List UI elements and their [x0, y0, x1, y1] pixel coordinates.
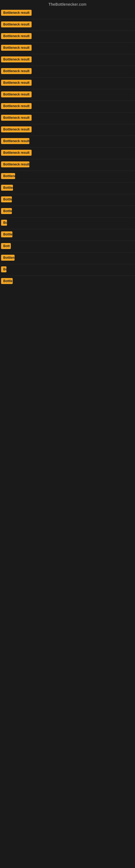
bottleneck-badge[interactable]: Bottleneck result: [1, 150, 32, 156]
bottleneck-badge[interactable]: Bo: [1, 220, 7, 226]
list-item: Bottleneck result: [0, 31, 135, 42]
list-item: Bott: [0, 241, 135, 252]
list-item: Bottleneck result: [0, 54, 135, 66]
list-item: Bottleneck result: [0, 148, 135, 159]
bottleneck-badge[interactable]: Bottleneck result: [1, 80, 32, 86]
bottleneck-badge[interactable]: Bottleneck result: [1, 161, 30, 167]
list-item: Bottleneck result: [0, 113, 135, 124]
bottleneck-badge[interactable]: Bottleneck result: [1, 138, 30, 144]
bottleneck-badge[interactable]: Bottleneck result: [1, 56, 32, 62]
bottleneck-badge[interactable]: Bottle: [1, 278, 13, 284]
list-item: Bottlene: [0, 183, 135, 194]
bottleneck-badge[interactable]: Bottleneck result: [1, 103, 32, 109]
list-item: Bottleneck result: [0, 19, 135, 31]
list-item: Bottleneck result: [0, 66, 135, 78]
list-item: Bottleneck result: [0, 8, 135, 19]
bottleneck-badge[interactable]: Bottlene: [1, 185, 13, 191]
list-item: Bottleneck r: [0, 171, 135, 183]
bottleneck-badge[interactable]: Bo: [1, 267, 6, 272]
empty-space: [0, 287, 135, 309]
bottleneck-badge[interactable]: Bottler: [1, 231, 12, 237]
bottleneck-badge[interactable]: Bottleneck: [1, 196, 12, 203]
list-item: Bottle: [0, 206, 135, 218]
list-item: Bottleneck: [0, 194, 135, 206]
site-title: TheBottlenecker.com: [0, 0, 135, 8]
rows-container: Bottleneck resultBottleneck resultBottle…: [0, 8, 135, 287]
list-item: Bottleneck result: [0, 159, 135, 171]
list-item: Bottleneck result: [0, 42, 135, 54]
bottleneck-badge[interactable]: Bottleneck result: [1, 10, 32, 16]
list-item: Bottlenec: [0, 252, 135, 264]
bottleneck-badge[interactable]: Bottleneck result: [1, 68, 32, 74]
list-item: Bo: [0, 218, 135, 229]
bottleneck-badge[interactable]: Bottleneck result: [1, 22, 32, 27]
list-item: Bottleneck result: [0, 124, 135, 136]
bottleneck-badge[interactable]: Bottleneck result: [1, 91, 32, 97]
list-item: Bottleneck result: [0, 78, 135, 89]
bottleneck-badge[interactable]: Bottleneck result: [1, 45, 32, 51]
list-item: Bottle: [0, 276, 135, 287]
bottleneck-badge[interactable]: Bottle: [1, 208, 12, 214]
list-item: Bottleneck result: [0, 101, 135, 113]
bottleneck-badge[interactable]: Bottleneck result: [1, 33, 32, 39]
list-item: Bottler: [0, 229, 135, 241]
bottleneck-badge[interactable]: Bottlenec: [1, 255, 14, 261]
bottleneck-badge[interactable]: Bottleneck result: [1, 115, 32, 121]
bottleneck-badge[interactable]: Bottleneck r: [1, 173, 15, 179]
list-item: Bottleneck result: [0, 136, 135, 148]
list-item: Bo: [0, 264, 135, 276]
list-item: Bottleneck result: [0, 89, 135, 101]
bottleneck-badge[interactable]: Bottleneck result: [1, 126, 32, 132]
bottleneck-badge[interactable]: Bott: [1, 243, 11, 249]
